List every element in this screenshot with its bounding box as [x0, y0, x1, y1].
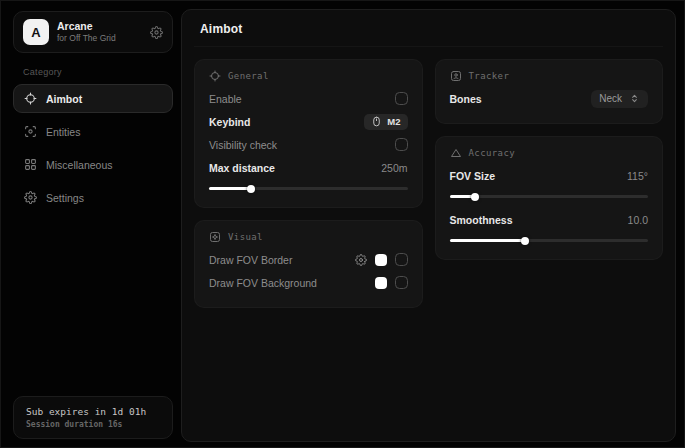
fov-size-value: 115° [627, 170, 648, 182]
grid-icon [24, 158, 37, 171]
updown-icon [629, 93, 640, 104]
slider-thumb[interactable] [247, 185, 255, 193]
brand-card: A Arcane for Off The Grid [13, 11, 173, 53]
visibility-check-label: Visibility check [209, 139, 277, 151]
draw-fov-border-row: Draw FOV Border [209, 248, 408, 271]
tracker-card-header: Tracker [450, 70, 649, 82]
accuracy-card: Accuracy FOV Size 115° Smoothness [435, 136, 664, 260]
max-distance-row: Max distance 250m [209, 156, 408, 179]
main-header: Aimbot [194, 10, 663, 47]
sidebar-item-miscellaneous[interactable]: Miscellaneous [13, 150, 173, 179]
visibility-check-checkbox[interactable] [395, 138, 408, 151]
triangle-icon [450, 147, 462, 159]
sidebar-item-label: Miscellaneous [46, 159, 113, 171]
bones-row: Bones Neck [450, 87, 649, 110]
general-card: General Enable Keybind M2 [194, 59, 423, 208]
max-distance-value: 250m [381, 162, 407, 174]
draw-fov-background-checkbox[interactable] [395, 276, 408, 289]
sparkle-box-icon [209, 231, 221, 243]
card-title: Tracker [469, 71, 510, 81]
brand-subtitle: for Off The Grid [57, 33, 116, 44]
sidebar-item-settings[interactable]: Settings [13, 183, 173, 212]
sidebar-item-label: Aimbot [46, 93, 82, 105]
general-card-header: General [209, 70, 408, 82]
card-title: Accuracy [469, 148, 516, 158]
tracker-card: Tracker Bones Neck [435, 59, 664, 124]
bones-select[interactable]: Neck [591, 90, 648, 108]
visual-card: Visual Draw FOV Border Draw [194, 220, 423, 308]
sidebar-item-label: Entities [46, 126, 80, 138]
max-distance-label: Max distance [209, 162, 275, 174]
slider-thumb[interactable] [471, 193, 479, 201]
main-panel: Aimbot General Enable [181, 9, 676, 442]
sub-expiry-text: Sub expires in 1d 01h [26, 406, 160, 417]
keybind-row: Keybind M2 [209, 110, 408, 133]
draw-fov-background-label: Draw FOV Background [209, 277, 317, 289]
fov-size-slider[interactable] [450, 195, 649, 198]
category-label: Category [23, 67, 169, 77]
sidebar-item-aimbot[interactable]: Aimbot [13, 84, 173, 113]
keybind-button[interactable]: M2 [364, 114, 407, 130]
smoothness-value: 10.0 [628, 214, 648, 226]
enable-label: Enable [209, 93, 242, 105]
fov-background-color-swatch[interactable] [375, 277, 387, 289]
bones-selected-value: Neck [599, 93, 622, 104]
draw-fov-background-row: Draw FOV Background [209, 271, 408, 294]
enable-checkbox[interactable] [395, 92, 408, 105]
person-box-icon [450, 70, 462, 82]
sidebar: A Arcane for Off The Grid Category Aimbo… [1, 1, 179, 447]
card-title: Visual [228, 232, 263, 242]
smoothness-label: Smoothness [450, 214, 513, 226]
sidebar-item-entities[interactable]: Entities [13, 117, 173, 146]
visibility-check-row: Visibility check [209, 133, 408, 156]
fov-border-color-swatch[interactable] [375, 254, 387, 266]
smoothness-row: Smoothness 10.0 [450, 208, 649, 231]
draw-fov-border-label: Draw FOV Border [209, 254, 292, 266]
crosshair-icon [209, 70, 221, 82]
gear-icon [24, 191, 37, 204]
enable-row: Enable [209, 87, 408, 110]
brand-logo: A [23, 19, 49, 45]
crosshair-icon [24, 92, 37, 105]
brand-title: Arcane [57, 20, 116, 33]
app-window: A Arcane for Off The Grid Category Aimbo… [0, 0, 685, 448]
entities-scan-icon [24, 125, 37, 138]
fov-size-label: FOV Size [450, 170, 496, 182]
subscription-card: Sub expires in 1d 01h Session duration 1… [13, 396, 173, 439]
accuracy-card-header: Accuracy [450, 147, 649, 159]
keybind-value: M2 [387, 116, 400, 127]
sidebar-item-label: Settings [46, 192, 84, 204]
smoothness-slider[interactable] [450, 239, 649, 242]
gear-icon[interactable] [150, 26, 163, 39]
slider-thumb[interactable] [521, 237, 529, 245]
mouse-icon [371, 116, 382, 127]
session-duration-text: Session duration 16s [26, 420, 160, 429]
keybind-label: Keybind [209, 116, 250, 128]
max-distance-slider[interactable] [209, 187, 408, 190]
visual-card-header: Visual [209, 231, 408, 243]
gear-icon[interactable] [355, 254, 367, 266]
bones-label: Bones [450, 93, 482, 105]
card-title: General [228, 71, 269, 81]
fov-size-row: FOV Size 115° [450, 164, 649, 187]
draw-fov-border-checkbox[interactable] [395, 253, 408, 266]
page-title: Aimbot [200, 22, 657, 36]
